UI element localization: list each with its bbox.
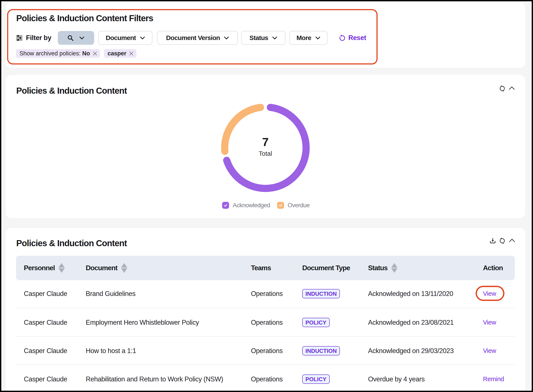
cell-doctype: INDUCTION bbox=[302, 337, 340, 365]
cell-doctype: POLICY bbox=[302, 365, 330, 391]
download-icon[interactable] bbox=[490, 238, 496, 244]
chevron-down-icon bbox=[315, 36, 321, 40]
column-header-action: Action bbox=[483, 256, 503, 280]
status-filter-button[interactable]: Status bbox=[241, 31, 286, 45]
table-header: Personnel Document Teams Document Type S… bbox=[16, 256, 515, 280]
cell-teams: Operations bbox=[251, 280, 283, 308]
chip-value: No bbox=[82, 50, 90, 57]
column-label: Action bbox=[483, 264, 503, 272]
more-filter-label: More bbox=[296, 34, 311, 42]
donut-total-value: 7 bbox=[244, 136, 287, 148]
legend-label-acknowledged: Acknowledged bbox=[233, 202, 270, 209]
collapse-icon[interactable] bbox=[509, 85, 515, 91]
doctype-badge: POLICY bbox=[302, 318, 330, 327]
table-row: Casper Claude Employment Hero Whistleblo… bbox=[16, 308, 515, 337]
cell-action: View bbox=[483, 337, 496, 365]
legend-checkbox-acknowledged[interactable] bbox=[222, 202, 229, 209]
column-label: Teams bbox=[251, 264, 271, 272]
chevron-down-icon bbox=[79, 36, 85, 40]
cell-status: Overdue by 4 years bbox=[368, 365, 425, 391]
active-filter-chips: Show archived policies: No casper bbox=[16, 49, 136, 58]
donut-total-label: Total bbox=[244, 150, 287, 157]
table-row: Casper Claude Brand Guidelines Operation… bbox=[16, 280, 515, 308]
close-icon[interactable] bbox=[92, 51, 97, 56]
cell-personnel: Casper Claude bbox=[24, 365, 67, 391]
chart-card-title: Policies & Induction Content bbox=[16, 86, 127, 95]
filter-row: Filter by Document bbox=[16, 31, 366, 45]
sort-icon[interactable] bbox=[391, 263, 397, 273]
column-header-personnel[interactable]: Personnel bbox=[24, 256, 65, 280]
column-label: Document bbox=[86, 264, 117, 272]
cell-teams: Operations bbox=[251, 337, 283, 365]
cell-personnel: Casper Claude bbox=[24, 308, 67, 337]
table-row: Casper Claude Rehabilitation and Return … bbox=[16, 365, 515, 391]
filter-chip-archived[interactable]: Show archived policies: No bbox=[16, 49, 100, 58]
sort-icon[interactable] bbox=[121, 263, 127, 273]
filter-chip-search-term[interactable]: casper bbox=[104, 49, 136, 58]
close-icon[interactable] bbox=[129, 51, 134, 56]
document-version-filter-label: Document Version bbox=[166, 34, 220, 42]
filter-by: Filter by bbox=[16, 34, 51, 42]
reset-icon bbox=[339, 35, 345, 41]
remind-link[interactable]: Remind bbox=[483, 376, 504, 383]
chip-text: Show archived policies: No bbox=[19, 50, 90, 57]
refresh-icon[interactable] bbox=[499, 238, 505, 244]
chart-legend: Acknowledged Overdue bbox=[222, 202, 310, 209]
legend-checkbox-overdue[interactable] bbox=[277, 202, 284, 209]
chip-value: casper bbox=[108, 50, 127, 57]
column-header-teams: Teams bbox=[251, 256, 271, 280]
sliders-icon bbox=[16, 35, 23, 41]
cell-doctype: POLICY bbox=[302, 308, 330, 337]
column-header-status[interactable]: Status bbox=[368, 256, 397, 280]
more-filter-button[interactable]: More bbox=[289, 31, 328, 45]
cell-action: View bbox=[483, 308, 496, 337]
column-label: Document Type bbox=[302, 264, 350, 272]
filter-by-label: Filter by bbox=[26, 34, 51, 42]
filters-card: Policies & Induction Content Filters bbox=[6, 2, 525, 68]
cell-document: Rehabilitation and Return to Work Policy… bbox=[86, 365, 223, 391]
status-filter-label: Status bbox=[249, 34, 268, 42]
column-label: Personnel bbox=[24, 264, 55, 272]
column-header-doctype: Document Type bbox=[302, 256, 350, 280]
cell-teams: Operations bbox=[251, 308, 283, 337]
view-link[interactable]: View bbox=[483, 347, 496, 354]
document-filter-button[interactable]: Document bbox=[98, 31, 152, 45]
column-label: Status bbox=[368, 264, 387, 272]
doctype-badge: INDUCTION bbox=[302, 289, 340, 298]
doctype-badge: INDUCTION bbox=[302, 346, 340, 355]
chevron-down-icon bbox=[272, 36, 277, 40]
table-row: Casper Claude How to host a 1:1 Operatio… bbox=[16, 337, 515, 365]
page: Policies & Induction Content Filters bbox=[1, 1, 532, 391]
cell-action: View bbox=[483, 280, 496, 308]
view-link[interactable]: View bbox=[483, 319, 496, 326]
chart-card: Policies & Induction Content 7 Total bbox=[6, 75, 525, 218]
sort-icon[interactable] bbox=[58, 263, 65, 273]
cell-document: Employment Hero Whistleblower Policy bbox=[86, 308, 199, 337]
cell-document: How to host a 1:1 bbox=[86, 337, 136, 365]
collapse-icon[interactable] bbox=[509, 237, 515, 244]
view-link[interactable]: View bbox=[483, 290, 496, 297]
reset-button[interactable]: Reset bbox=[339, 34, 366, 42]
cell-status: Acknowledged on 29/03/2023 bbox=[368, 337, 454, 365]
chip-text: casper bbox=[108, 50, 127, 57]
cell-document: Brand Guidelines bbox=[86, 280, 136, 308]
search-icon bbox=[67, 35, 74, 41]
cell-personnel: Casper Claude bbox=[24, 280, 67, 308]
cell-status: Acknowledged on 23/08/2021 bbox=[368, 308, 454, 337]
column-header-document[interactable]: Document bbox=[86, 256, 127, 280]
legend-label-overdue: Overdue bbox=[288, 202, 310, 209]
filters-card-title: Policies & Induction Content Filters bbox=[16, 14, 153, 23]
cell-teams: Operations bbox=[251, 365, 283, 391]
cell-action: Remind bbox=[483, 365, 504, 391]
table-card-title: Policies & Induction Content bbox=[16, 238, 127, 248]
chevron-down-icon bbox=[224, 36, 229, 40]
cell-doctype: INDUCTION bbox=[302, 280, 340, 308]
reset-label: Reset bbox=[348, 34, 366, 42]
chip-label: Show archived policies: bbox=[19, 50, 82, 57]
chevron-down-icon bbox=[140, 36, 145, 40]
document-version-filter-button[interactable]: Document Version bbox=[157, 31, 238, 45]
refresh-icon[interactable] bbox=[499, 85, 505, 92]
cell-status: Acknowledged on 13/11/2020 bbox=[368, 280, 453, 308]
search-filter-button[interactable] bbox=[58, 31, 94, 45]
doctype-badge: POLICY bbox=[302, 374, 330, 384]
